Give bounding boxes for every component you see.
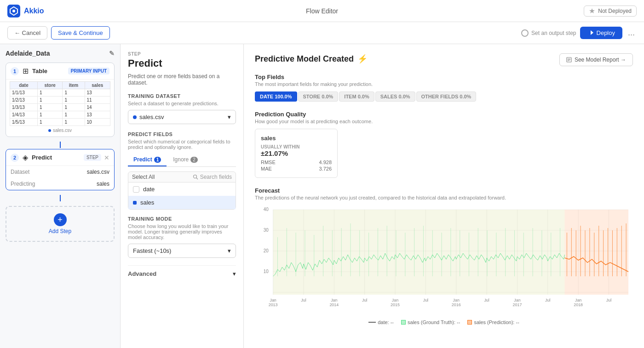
mae-value: 3.726	[319, 166, 332, 171]
search-fields-button[interactable]: Search fields	[193, 174, 232, 180]
more-options-button[interactable]: ...	[626, 26, 637, 40]
training-mode-sub: Choose how long you would like to train …	[128, 223, 236, 240]
right-panel-title: Predictive Model Created ⚡	[255, 54, 368, 64]
training-dataset-label: TRAINING DATASET	[128, 93, 236, 99]
logo[interactable]: Akkio	[7, 5, 44, 17]
legend-date-label: date: --	[378, 319, 394, 325]
field-tab-item[interactable]: ITEM 0.0%	[339, 91, 374, 102]
top-fields-title: Top Fields	[255, 74, 633, 80]
tab-predict[interactable]: Predict 1	[128, 154, 167, 166]
svg-line-4	[196, 178, 198, 180]
dataset-label: Dataset	[11, 169, 29, 175]
see-report-button[interactable]: See Model Report →	[559, 53, 633, 66]
col-store: store	[37, 82, 62, 89]
svg-text:40: 40	[264, 207, 269, 212]
predict-tab-badge: 1	[154, 157, 161, 163]
rmse-row: RMSE 4.928	[261, 159, 332, 165]
add-step-connector	[60, 195, 61, 201]
svg-rect-31	[564, 210, 628, 295]
top-fields-desc: The most important fields for making you…	[255, 81, 633, 87]
field-tab-date[interactable]: DATE 100.0%	[255, 91, 297, 102]
node-card-predict: 2 ◈ Predict STEP ✕ Dataset sales.csv Pre…	[6, 149, 115, 190]
legend-prediction: sales (Prediction): --	[467, 319, 519, 325]
predict-fields-sub: Select which numerical or categorical fi…	[128, 139, 236, 150]
mini-table: date store item sales 1/1/131113 1/2/131…	[10, 81, 110, 126]
forecast-title: Forecast	[255, 187, 633, 194]
svg-text:20: 20	[264, 248, 269, 253]
svg-text:2016: 2016	[452, 302, 461, 307]
field-tab-other[interactable]: OTHER FIELDS 0.0%	[416, 91, 477, 102]
flow-editor-title: Flow Editor	[306, 7, 338, 15]
save-continue-button[interactable]: Save & Continue	[51, 26, 110, 40]
legend-prediction-icon	[467, 320, 472, 325]
svg-text:Jul: Jul	[423, 298, 428, 302]
svg-point-2	[12, 10, 15, 12]
advanced-chevron-icon	[233, 270, 236, 277]
quality-box-value: ±21.07%	[261, 149, 332, 157]
predict-predicting-row: Predicting sales	[6, 178, 114, 190]
akkio-logo-icon	[7, 5, 20, 17]
svg-text:Jan: Jan	[575, 298, 581, 302]
quality-box: sales USUALLY WITHIN ±21.07% RMSE 4.928 …	[255, 129, 338, 178]
training-mode-label: TRAINING MODE	[128, 216, 236, 222]
predicting-label: Predicting	[11, 181, 35, 187]
forecast-section: Forecast The predictions of the neural n…	[255, 187, 633, 315]
field-list: date sales	[128, 183, 236, 210]
dataset-value: sales.csv	[87, 169, 109, 175]
col-item: item	[63, 82, 85, 89]
panel-desc: Predict one or more fields based on a da…	[128, 73, 236, 86]
subtoolbar: ← Cancel Save & Continue Set an output s…	[0, 22, 644, 44]
predict-fields-label: PREDICT FIELDS	[128, 131, 236, 137]
svg-text:Jul: Jul	[606, 298, 611, 302]
legend-prediction-label: sales (Prediction): --	[474, 319, 519, 325]
deploy-icon	[587, 30, 594, 36]
node-header-left: 1 ⊞ Table	[11, 67, 47, 75]
field-item-date[interactable]: date	[128, 183, 236, 196]
mae-row: MAE 3.726	[261, 165, 332, 172]
close-predict-icon[interactable]: ✕	[104, 154, 109, 161]
cancel-button[interactable]: ← Cancel	[7, 26, 47, 40]
legend-ground-truth: sales (Ground Truth): --	[401, 319, 460, 325]
field-item-sales[interactable]: sales	[128, 196, 236, 209]
legend-ground-truth-label: sales (Ground Truth): --	[408, 319, 460, 325]
table-row: 1/2/131111	[10, 97, 110, 104]
advanced-section[interactable]: Advanced	[128, 265, 236, 282]
training-dataset-sub: Select a dataset to generate predictions…	[128, 101, 236, 106]
svg-text:Jan: Jan	[392, 298, 398, 302]
node-number-1: 1	[11, 67, 19, 75]
right-panel-header: Predictive Model Created ⚡ See Model Rep…	[255, 53, 633, 66]
table-preview: date store item sales 1/1/131113 1/2/131…	[6, 80, 114, 137]
rmse-value: 4.928	[319, 160, 332, 165]
table-row: 1/3/131114	[10, 104, 110, 111]
field-tab-sales[interactable]: SALES 0.0%	[375, 91, 415, 102]
svg-text:2014: 2014	[329, 302, 339, 307]
step-sublabel: STEP	[128, 51, 236, 57]
svg-text:Jul: Jul	[301, 298, 306, 302]
output-circle-icon	[521, 29, 529, 37]
col-date: date	[10, 82, 38, 89]
field-tab-store[interactable]: STORE 0.0%	[298, 91, 339, 102]
tab-ignore[interactable]: Ignore 2	[167, 154, 203, 166]
output-step-hint: Set an output step	[521, 29, 576, 37]
training-dataset-select[interactable]: sales.csv	[128, 110, 236, 124]
svg-text:Jan: Jan	[270, 298, 276, 302]
select-all-label[interactable]: Select All	[132, 174, 155, 180]
not-deployed-badge[interactable]: Not Deployed	[584, 6, 637, 17]
predict-dataset-row: Dataset sales.csv	[6, 166, 114, 178]
sales-color-dot	[133, 201, 137, 205]
deploy-button[interactable]: Deploy	[580, 27, 622, 39]
add-step-button[interactable]: + Add Step	[6, 206, 115, 242]
main-content: Adelaide_Data ✎ 1 ⊞ Table PRIMARY INPUT …	[0, 44, 644, 348]
edit-project-icon[interactable]: ✎	[109, 50, 115, 57]
svg-text:10: 10	[264, 269, 269, 274]
training-mode-select[interactable]: Fastest (~10s)	[128, 244, 236, 258]
output-step-label: Set an output step	[531, 30, 576, 36]
field-name-date: date	[143, 186, 155, 193]
legend-date: date: --	[368, 319, 394, 325]
date-checkbox[interactable]	[133, 186, 139, 193]
svg-text:Jul: Jul	[484, 298, 489, 302]
not-deployed-label: Not Deployed	[598, 8, 632, 14]
legend-ground-truth-icon	[401, 320, 406, 325]
add-step-label: Add Step	[49, 228, 71, 234]
file-label: sales.csv	[10, 128, 110, 133]
